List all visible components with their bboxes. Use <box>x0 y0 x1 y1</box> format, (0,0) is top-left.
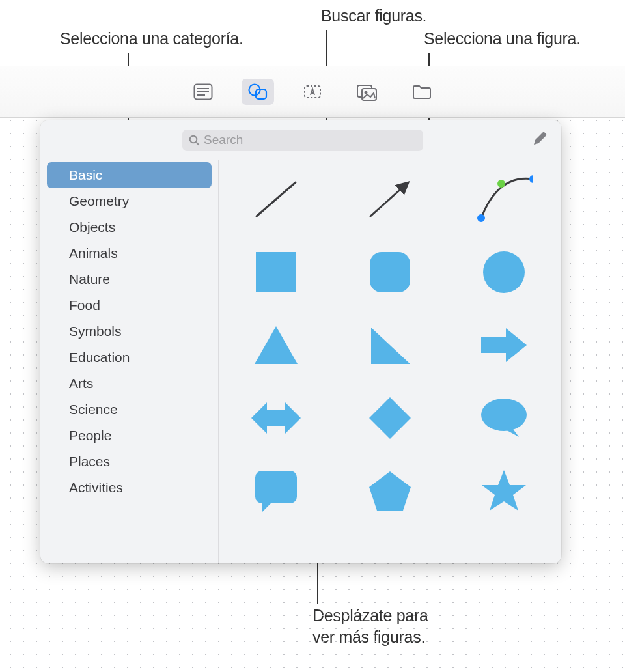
folder-tool-icon[interactable] <box>406 79 438 105</box>
sidebar-item-label: Animals <box>69 245 118 261</box>
svg-marker-22 <box>371 328 410 364</box>
sidebar: Basic Geometry Objects Animals Nature Fo… <box>40 160 219 563</box>
shape-speech-bubble-oval[interactable] <box>475 391 533 445</box>
shape-rounded-square[interactable] <box>361 245 419 299</box>
svg-point-17 <box>497 180 505 188</box>
sidebar-item-nature[interactable]: Nature <box>47 266 212 292</box>
sidebar-item-geometry[interactable]: Geometry <box>47 188 212 214</box>
sidebar-item-label: Food <box>69 298 100 313</box>
shape-pentagon[interactable] <box>361 464 419 518</box>
sidebar-item-label: Activities <box>69 480 123 496</box>
shape-circle[interactable] <box>475 245 533 299</box>
shape-arrow-line[interactable] <box>361 173 419 226</box>
sidebar-item-label: People <box>69 428 111 443</box>
shape-curve[interactable] <box>475 173 533 226</box>
sidebar-item-label: Basic <box>69 167 102 183</box>
sidebar-item-objects[interactable]: Objects <box>47 214 212 240</box>
svg-marker-29 <box>262 502 272 512</box>
sidebar-item-places[interactable]: Places <box>47 449 212 475</box>
popover-header <box>40 120 561 160</box>
svg-point-10 <box>190 135 197 143</box>
shapes-grid[interactable] <box>219 160 561 563</box>
textbox-tool-icon[interactable] <box>296 79 329 105</box>
svg-point-15 <box>477 214 485 222</box>
callout-search: Buscar figuras. <box>321 7 426 25</box>
shapes-tool-icon[interactable] <box>242 79 274 105</box>
svg-rect-18 <box>256 252 296 292</box>
sidebar-item-food[interactable]: Food <box>47 292 212 318</box>
media-tool-icon[interactable] <box>351 79 383 105</box>
sidebar-item-activities[interactable]: Activities <box>47 475 212 501</box>
svg-point-9 <box>365 92 367 94</box>
sidebar-item-label: Education <box>69 350 130 365</box>
svg-marker-23 <box>481 328 527 362</box>
sidebar-item-symbols[interactable]: Symbols <box>47 318 212 344</box>
sidebar-item-animals[interactable]: Animals <box>47 240 212 266</box>
shape-double-arrow[interactable] <box>247 391 305 445</box>
shapes-popover: Basic Geometry Objects Animals Nature Fo… <box>40 120 561 563</box>
shape-triangle[interactable] <box>247 318 305 372</box>
sidebar-item-label: Science <box>69 402 118 417</box>
shape-diamond[interactable] <box>361 391 419 445</box>
callout-category: Selecciona una categoría. <box>60 29 243 48</box>
shape-line[interactable] <box>247 173 305 226</box>
svg-point-20 <box>483 251 525 293</box>
shape-speech-bubble-rect[interactable] <box>247 464 305 518</box>
shape-square[interactable] <box>247 245 305 299</box>
callout-shape: Selecciona una figura. <box>424 29 581 48</box>
svg-marker-31 <box>482 470 526 511</box>
svg-rect-28 <box>255 471 297 503</box>
shape-right-triangle[interactable] <box>361 318 419 372</box>
sidebar-item-people[interactable]: People <box>47 423 212 449</box>
sidebar-item-education[interactable]: Education <box>47 344 212 371</box>
shape-right-arrow[interactable] <box>475 318 533 372</box>
search-field[interactable] <box>182 130 423 151</box>
toolbar <box>0 66 625 118</box>
svg-rect-19 <box>370 252 410 292</box>
sidebar-item-label: Arts <box>69 376 93 391</box>
sidebar-item-label: Objects <box>69 219 115 235</box>
sidebar-item-label: Symbols <box>69 324 122 339</box>
search-icon <box>189 135 200 146</box>
sidebar-item-science[interactable]: Science <box>47 397 212 423</box>
sidebar-item-basic[interactable]: Basic <box>47 162 212 188</box>
sidebar-item-label: Nature <box>69 272 110 287</box>
draw-pen-button[interactable] <box>531 130 548 150</box>
svg-marker-30 <box>369 471 411 511</box>
sidebar-item-label: Geometry <box>69 193 129 209</box>
search-input[interactable] <box>204 133 417 147</box>
svg-point-16 <box>529 175 533 183</box>
text-tool-icon[interactable] <box>187 79 219 105</box>
sidebar-item-arts[interactable]: Arts <box>47 371 212 397</box>
svg-point-26 <box>481 399 527 431</box>
sidebar-item-label: Places <box>69 454 110 469</box>
svg-line-14 <box>370 184 407 216</box>
svg-line-11 <box>196 142 199 145</box>
svg-marker-24 <box>251 402 301 434</box>
svg-marker-21 <box>255 326 298 364</box>
svg-marker-25 <box>369 397 411 439</box>
shape-star[interactable] <box>475 464 533 518</box>
svg-line-12 <box>257 182 296 216</box>
